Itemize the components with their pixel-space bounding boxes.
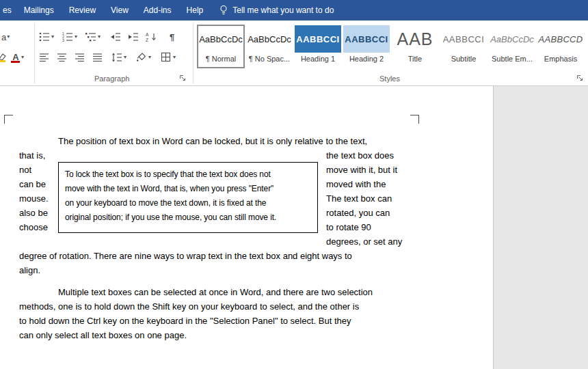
chevron-down-icon: ▾ [21, 55, 24, 60]
font-color-button[interactable]: A ▾ [11, 50, 24, 65]
styles-gallery: AaBbCcDc ¶ Normal AaBbCcDc ¶ No Spac... … [197, 25, 585, 68]
crop-mark-top-right [410, 115, 419, 124]
shading-button[interactable]: ▾ [135, 50, 151, 65]
line-spacing-icon [111, 51, 123, 64]
doc-line: degree of rotation. There are nine ways … [19, 249, 352, 263]
align-center-button[interactable] [56, 50, 68, 65]
group-divider [34, 23, 35, 83]
doc-line: mouse. [19, 191, 49, 206]
chevron-down-icon: ▾ [7, 34, 10, 40]
align-right-button[interactable] [74, 50, 85, 65]
tab-mailings[interactable]: Mailings [24, 5, 54, 15]
styles-dialog-launcher[interactable] [576, 74, 584, 82]
chevron-down-icon: ▾ [124, 55, 126, 60]
increase-indent-icon [127, 31, 139, 43]
numbering-button[interactable]: 1 2 3 ▾ [62, 29, 77, 44]
doc-line: moved with the [326, 177, 386, 191]
tab-help[interactable]: Help [187, 5, 204, 15]
style-label: Subtle Em... [488, 55, 536, 63]
doc-line: align. [19, 263, 40, 277]
svg-text:Z: Z [146, 38, 148, 42]
doc-line: to hold down the Ctrl key on the keyboar… [19, 314, 351, 328]
doc-line: choose [19, 220, 48, 234]
tab-add-ins[interactable]: Add-ins [144, 5, 172, 15]
doc-line: can be [19, 177, 46, 191]
tell-me-box[interactable]: Tell me what you want to do [219, 5, 334, 16]
bullets-button[interactable]: ▾ [38, 29, 54, 44]
decrease-indent-icon [109, 31, 122, 43]
style-preview: AaBbCcDc [198, 25, 244, 53]
style-normal[interactable]: AaBbCcDc ¶ Normal [197, 25, 245, 68]
word-window: es Mailings Review View Add-ins Help Tel… [0, 0, 588, 369]
doc-line: the text box does [326, 148, 394, 163]
doc-line: can only select all text boxes on one pa… [19, 328, 187, 342]
style-preview: AaBbCcDc [489, 25, 535, 53]
align-right-icon [74, 51, 85, 64]
pilcrow-icon: ¶ [170, 32, 174, 42]
doc-line: rotated, you can [326, 206, 390, 220]
bullets-icon [38, 31, 51, 43]
ribbon-tab-bar: es Mailings Review View Add-ins Help Tel… [0, 0, 588, 20]
svg-text:3: 3 [62, 38, 64, 42]
justify-icon [92, 51, 103, 64]
style-heading-2[interactable]: AABBCCI Heading 2 [343, 25, 390, 68]
style-preview: AaBbCcDc [246, 25, 293, 53]
style-preview: AABBCCD [537, 25, 584, 53]
increase-indent-button[interactable] [127, 29, 139, 44]
doc-line: also be [19, 206, 48, 220]
justify-button[interactable] [92, 50, 103, 65]
change-case-button[interactable]: a ▾ [1, 29, 10, 44]
align-left-button[interactable] [38, 50, 50, 65]
paragraph-dialog-launcher[interactable] [179, 74, 187, 82]
tab-review[interactable]: Review [69, 5, 96, 15]
doc-line: degrees, or set any [326, 234, 402, 249]
textbox-line: To lock the text box is to specify that … [65, 167, 311, 182]
chevron-down-icon: ▾ [148, 55, 151, 60]
borders-grid-icon [160, 51, 172, 64]
styles-group-label: Styles [379, 74, 400, 83]
locked-textbox[interactable]: To lock the text box is to specify that … [58, 162, 318, 233]
font-color-swatch [11, 61, 20, 63]
tab-references-partial[interactable]: es [3, 5, 12, 15]
borders-button[interactable]: ▾ [160, 50, 176, 65]
doc-line: methods, one is to hold down the Shift k… [19, 299, 359, 314]
style-label: Heading 1 [294, 55, 342, 63]
align-center-icon [56, 51, 68, 64]
numbering-icon: 1 2 3 [62, 31, 74, 43]
style-label: ¶ No Spac... [245, 55, 293, 63]
document-page[interactable]: The position of text box in Word can be … [0, 86, 494, 369]
document-canvas: The position of text box in Word can be … [0, 86, 588, 369]
doc-line: that is, [19, 148, 45, 163]
style-title[interactable]: AAB Title [391, 25, 439, 68]
sort-button[interactable]: AZ [145, 29, 157, 44]
style-label: ¶ Normal [197, 55, 245, 63]
style-emphasis[interactable]: AABBCCD Emphasis [537, 25, 585, 68]
style-subtle-emphasis[interactable]: AaBbCcDc Subtle Em... [488, 25, 536, 68]
doc-line: to rotate 90 [326, 220, 371, 234]
chevron-down-icon: ▾ [173, 55, 176, 60]
show-hide-paragraph-marks-button[interactable]: ¶ [170, 29, 174, 44]
style-preview: AAB [392, 25, 438, 53]
line-spacing-button[interactable]: ▾ [111, 50, 126, 65]
highlighter-icon [0, 51, 6, 64]
style-label: Subtitle [440, 55, 487, 63]
style-label: Heading 2 [343, 55, 390, 63]
tab-view[interactable]: View [111, 5, 129, 15]
style-no-spacing[interactable]: AaBbCcDc ¶ No Spac... [245, 25, 293, 68]
multilevel-list-icon [85, 31, 97, 43]
ribbon: a ▾ A ▾ ▾ [0, 20, 588, 86]
change-case-icon: a [1, 32, 6, 42]
textbox-line: original position; if you use the mouse,… [65, 210, 311, 225]
doc-line: Multiple text boxes can be selected at o… [58, 285, 373, 299]
decrease-indent-button[interactable] [109, 29, 122, 44]
text-highlight-color-button[interactable] [0, 50, 8, 65]
paint-bucket-icon [135, 51, 148, 64]
doc-line: not [19, 163, 31, 177]
style-subtitle[interactable]: AABBCCI Subtitle [440, 25, 487, 68]
style-label: Title [391, 55, 439, 63]
style-heading-1[interactable]: AABBCCI Heading 1 [294, 25, 342, 68]
lightbulb-icon [219, 5, 228, 16]
textbox-line: on your keyboard to move the text down, … [65, 196, 311, 210]
align-left-icon [38, 51, 50, 64]
multilevel-list-button[interactable]: ▾ [85, 29, 101, 44]
